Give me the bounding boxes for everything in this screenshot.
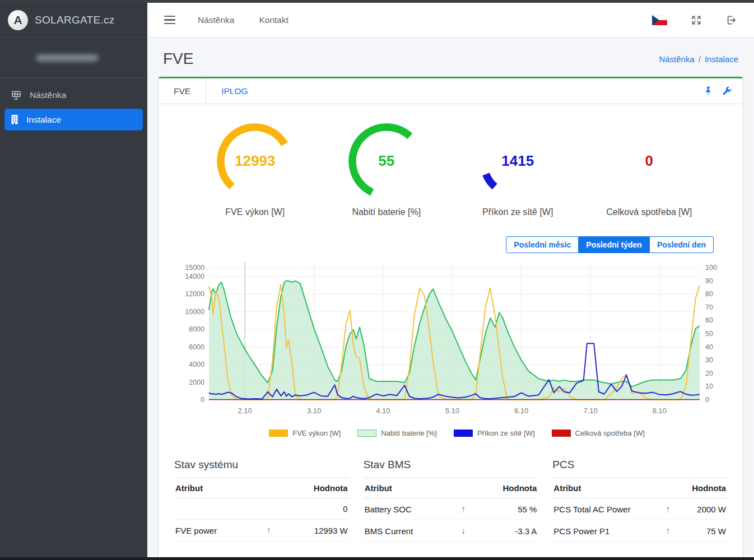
tabs-row: FVE IPLOG (159, 78, 743, 104)
breadcrumb-separator: / (699, 54, 701, 64)
range-button-posledni-ty-den[interactable]: Poslední týden (579, 236, 650, 253)
table-row: PCS Power P1 ↑ 75 W (552, 520, 727, 542)
table-row: PCS Total AC Power ↑ 2000 W (552, 498, 727, 520)
svg-text:8000: 8000 (189, 325, 204, 333)
brand[interactable]: A SOLARGATE.cz (0, 3, 147, 38)
brand-title: SOLARGATE.cz (35, 14, 115, 26)
trend-up-icon: ↑ (461, 504, 466, 514)
chart: 0200040006000800010000120001400015000010… (159, 253, 743, 437)
svg-text:2000: 2000 (189, 379, 204, 386)
tab-fve[interactable]: FVE (159, 78, 206, 104)
legend-label: Celková spotřeba [W] (575, 429, 645, 437)
column-header-atribut: Atribut (174, 478, 257, 498)
gauges-row: 12993 FVE výkon [W] 55 Nabití baterie [%… (159, 104, 743, 217)
gauge-value: 0 (607, 152, 692, 170)
pin-icon[interactable] (704, 86, 713, 96)
gauge-label: Celková spotřeba [W] (590, 207, 708, 217)
gauge-value: 55 (344, 152, 429, 170)
topnav-link-kontakt[interactable]: Kontakt (259, 15, 288, 25)
hamburger-menu-icon[interactable] (164, 16, 175, 25)
svg-text:7.10: 7.10 (583, 407, 597, 415)
svg-text:20: 20 (705, 370, 713, 377)
range-button-group: Poslední měsícPoslední týdenPoslední den (506, 236, 714, 253)
svg-text:0: 0 (201, 396, 204, 404)
table-title: Stav systému (174, 459, 349, 478)
gauge-value: 1415 (475, 152, 560, 170)
svg-text:14000: 14000 (185, 273, 204, 281)
svg-text:3.10: 3.10 (307, 407, 321, 415)
table-row: Battery SOC ↑ 55 % (364, 498, 538, 520)
gauge-arc: 0 (607, 119, 692, 204)
svg-text:10000: 10000 (185, 308, 204, 316)
svg-text:10: 10 (705, 382, 713, 390)
svg-text:0: 0 (705, 396, 709, 404)
legend-swatch (269, 430, 288, 437)
fullscreen-icon[interactable] (691, 15, 702, 26)
sidebar-item-instalace[interactable]: Instalace (4, 109, 143, 130)
chart-svg: 0200040006000800010000120001400015000010… (174, 261, 734, 424)
status-table-stav-bms: Stav BMS Atribut Hodnota Battery SOC ↑ 5… (364, 459, 538, 542)
gauge-label: Nabití baterie [%] (328, 207, 445, 217)
attribute-cell: PCS Power P1 (552, 520, 656, 542)
range-button-posledni-me-si-c[interactable]: Poslední měsíc (506, 236, 579, 253)
trend-up-icon: ↑ (665, 526, 670, 535)
tab-iplog[interactable]: IPLOG (206, 78, 263, 104)
breadcrumb-link-instalace[interactable]: Instalace (705, 54, 738, 64)
svg-text:80: 80 (705, 290, 713, 298)
svg-text:4000: 4000 (189, 361, 204, 368)
table-row: 0 (174, 498, 349, 520)
gauge-value: 12993 (212, 152, 297, 170)
table-title: PCS (552, 459, 727, 478)
gauge-arc: 12993 (212, 119, 297, 204)
value-cell: 12993 W (280, 520, 348, 542)
legend-label: Nabití baterie [%] (381, 429, 437, 437)
status-tables: Stav systému Atribut Hodnota 0 FVE power… (159, 437, 743, 542)
czech-flag-icon[interactable] (652, 15, 667, 25)
svg-text:4.10: 4.10 (376, 407, 390, 415)
sidebar-item-nastenka[interactable]: Nástěnka (4, 84, 143, 106)
status-table-pcs: PCS Atribut Hodnota PCS Total AC Power ↑… (552, 459, 727, 542)
gauge-0: 12993 FVE výkon [W] (196, 119, 314, 217)
table-row: FVE power ↑ 12993 W (174, 520, 349, 542)
breadcrumb: Nástěnka/Instalace (659, 54, 738, 64)
topnav-link-nastenka[interactable]: Nástěnka (198, 15, 234, 25)
legend-swatch (552, 430, 571, 437)
svg-text:6000: 6000 (189, 343, 204, 351)
table-title: Stav BMS (364, 459, 538, 478)
svg-text:40: 40 (705, 343, 713, 351)
top-navbar: Nástěnka Kontakt (147, 3, 754, 38)
svg-text:15000: 15000 (185, 264, 204, 272)
gauge-arc: 1415 (475, 119, 560, 204)
svg-text:90: 90 (705, 277, 713, 285)
gauge-label: FVE výkon [W] (196, 207, 314, 217)
column-header-hodnota: Hodnota (475, 478, 538, 498)
column-header-hodnota: Hodnota (280, 478, 348, 498)
user-avatar (8, 48, 28, 68)
range-button-posledni-den[interactable]: Poslední den (650, 236, 714, 253)
trend-up-icon: ↑ (665, 504, 670, 514)
gauge-2: 1415 Příkon ze sítě [W] (459, 119, 576, 217)
trend-down-icon: ↓ (461, 526, 466, 535)
legend-item: FVE výkon [W] (269, 429, 341, 437)
svg-text:2.10: 2.10 (238, 407, 252, 415)
column-header-hodnota: Hodnota (679, 478, 727, 498)
gauge-label: Příkon ze sítě [W] (459, 207, 576, 217)
value-cell: 55 % (475, 498, 538, 520)
value-cell: 0 (280, 498, 348, 520)
legend-label: FVE výkon [W] (292, 429, 341, 437)
sidebar-divider (0, 78, 147, 78)
wrench-icon[interactable] (722, 86, 732, 96)
logout-icon[interactable] (725, 15, 737, 26)
legend-swatch (357, 430, 376, 437)
user-name-blurred (36, 54, 99, 62)
breadcrumb-link-nastenka[interactable]: Nástěnka (659, 54, 694, 64)
attribute-cell (174, 498, 257, 520)
attribute-cell: FVE power (174, 520, 257, 542)
status-table-stav-syst-mu: Stav systému Atribut Hodnota 0 FVE power… (174, 459, 349, 542)
attribute-cell: BMS Current (364, 520, 452, 542)
value-cell: 75 W (679, 520, 727, 542)
window-bottom-strip (0, 557, 754, 560)
svg-text:5.10: 5.10 (445, 407, 459, 415)
solar-panel-icon (10, 90, 22, 101)
user-panel[interactable] (0, 38, 147, 77)
